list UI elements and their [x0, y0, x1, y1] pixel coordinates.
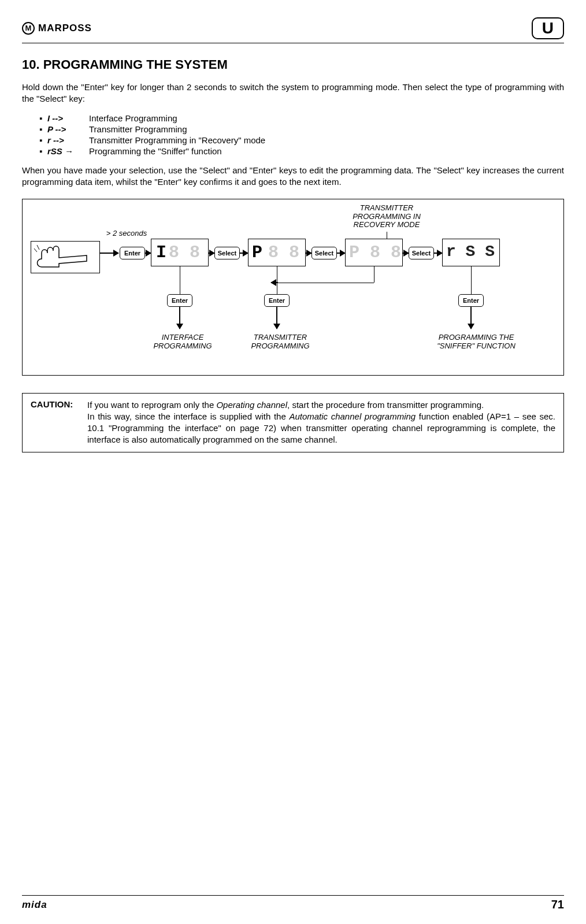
connector-line [471, 266, 472, 294]
hand-pointer-icon [31, 241, 100, 273]
arrow-icon [470, 307, 472, 329]
label-interface-programming: INTERFACE PROGRAMMING [145, 333, 220, 351]
brand-text: MARPOSS [38, 23, 92, 34]
display-P: P 8 8 [248, 239, 306, 266]
connector-line [180, 266, 180, 294]
arrow-icon [179, 307, 180, 329]
svg-line-0 [34, 248, 37, 252]
select-button: Select [311, 247, 337, 259]
select-button: Select [409, 247, 434, 259]
display-I: I 8 8 [151, 239, 209, 266]
caution-box: CAUTION: If you want to reprogram only t… [22, 393, 564, 452]
caution-text: If you want to reprogram only the Operat… [87, 399, 555, 446]
footer-brand: mida [22, 899, 47, 911]
connector-line [277, 283, 374, 283]
arrow-icon [100, 253, 118, 254]
enter-button: Enter [458, 294, 484, 307]
code-list: ▪I -->Interface Programming ▪P -->Transm… [22, 113, 564, 156]
svg-line-1 [37, 245, 39, 250]
select-button: Select [214, 247, 240, 259]
page-header: M MARPOSS U [22, 17, 564, 43]
logo-icon: M [22, 22, 35, 35]
display-rSS: r S S [442, 239, 500, 266]
programming-diagram: TRANSMITTER PROGRAMMING IN RECOVERY MODE… [22, 199, 564, 376]
connector-line [374, 266, 374, 283]
enter-button: Enter [264, 294, 290, 307]
label-sniffer-programming: PROGRAMMING THE "SNIFFER" FUNCTION [427, 333, 525, 351]
paragraph-2: When you have made your selection, use t… [22, 165, 564, 188]
list-item: ▪P -->Transmitter Programming [39, 124, 564, 134]
list-item: ▪I -->Interface Programming [39, 113, 564, 123]
label-transmitter-programming: TRANSMITTER PROGRAMMING [240, 333, 321, 351]
intro-paragraph: Hold down the "Enter" key for longer tha… [22, 81, 564, 105]
arrow-icon [403, 253, 409, 254]
page-footer: mida 71 [22, 895, 564, 911]
arrow-icon [337, 253, 345, 254]
list-item: ▪rSS →Programming the "Sniffer" function [39, 146, 564, 156]
enter-button: Enter [120, 247, 145, 259]
arrow-icon [434, 253, 442, 254]
brand-logo: M MARPOSS [22, 22, 92, 35]
connector-line [387, 232, 387, 239]
arrow-icon [209, 253, 214, 254]
caution-label: CAUTION: [31, 399, 81, 446]
page-number: 71 [551, 898, 564, 911]
connector-line [277, 266, 277, 294]
list-item: ▪r -->Transmitter Programming in "Recove… [39, 135, 564, 145]
section-letter-box: U [532, 17, 564, 39]
arrow-icon [306, 253, 311, 254]
label-gt-2-seconds: > 2 seconds [95, 229, 158, 238]
display-r: P 8 8 [345, 239, 403, 266]
enter-button: Enter [167, 294, 192, 307]
arrow-icon [145, 253, 151, 254]
arrow-icon [240, 253, 248, 254]
label-recovery-mode: TRANSMITTER PROGRAMMING IN RECOVERY MODE [332, 204, 442, 230]
page-title: 10. PROGRAMMING THE SYSTEM [22, 57, 564, 72]
arrow-icon [276, 307, 277, 329]
